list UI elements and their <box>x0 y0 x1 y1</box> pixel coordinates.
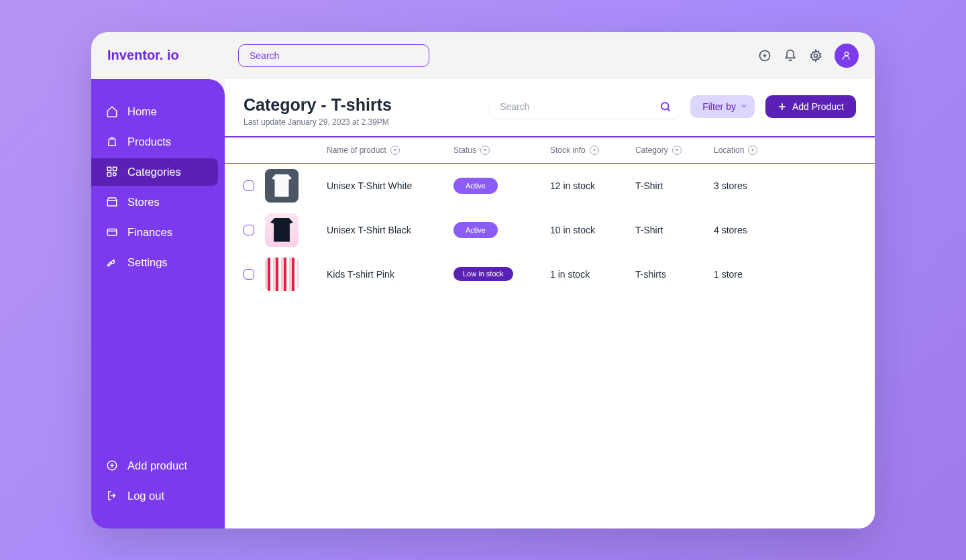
col-name-label: Name of product <box>327 146 386 155</box>
product-name: Unisex T-Shirt Black <box>327 225 453 235</box>
search-icon[interactable] <box>659 101 672 113</box>
add-product-label: Add Product <box>792 101 844 112</box>
page-title: Category - T-shirts <box>244 95 392 115</box>
nav-label: Categories <box>127 166 181 178</box>
grid-icon <box>106 166 118 178</box>
stock-info: 10 in stock <box>550 225 635 235</box>
primary-nav: Home Products Categories Stores Finances <box>91 98 225 276</box>
table-header: Name of product▾ Status▾ Stock info▾ Cat… <box>225 137 875 164</box>
nav-home[interactable]: Home <box>91 98 218 125</box>
bell-icon[interactable] <box>784 49 797 62</box>
page-header: Category - T-shirts Last update January … <box>225 79 875 136</box>
table-row[interactable]: Kids T-shirt Pink Low in stock 1 in stoc… <box>225 252 875 296</box>
nav-label: Add product <box>127 459 187 472</box>
wallet-icon <box>106 226 118 238</box>
category-value: T-Shirt <box>635 225 714 235</box>
svg-rect-5 <box>107 173 111 176</box>
last-update: Last update January 29, 2023 at 2.39PM <box>244 117 392 127</box>
main-content: Category - T-shirts Last update January … <box>225 79 875 528</box>
nav-add-product[interactable]: Add product <box>91 452 218 480</box>
nav-label: Products <box>127 135 171 148</box>
col-location-label: Location <box>714 146 744 155</box>
category-value: T-shirts <box>635 269 714 280</box>
app-body: Home Products Categories Stores Finances <box>91 79 875 528</box>
nav-label: Finances <box>127 226 172 239</box>
app-window: Inventor. io Home <box>91 32 875 528</box>
stock-info: 1 in stock <box>550 269 635 280</box>
nav-categories[interactable]: Categories <box>91 158 218 186</box>
sort-icon[interactable]: ▾ <box>390 146 400 155</box>
wrench-icon <box>106 256 118 268</box>
gear-icon[interactable] <box>809 49 822 62</box>
product-thumbnail <box>265 213 299 247</box>
title-block: Category - T-shirts Last update January … <box>244 95 392 127</box>
row-checkbox[interactable] <box>244 225 254 235</box>
svg-point-1 <box>814 54 818 57</box>
nav-label: Log out <box>127 490 164 502</box>
nav-settings[interactable]: Settings <box>91 249 218 276</box>
svg-point-2 <box>845 52 848 55</box>
svg-point-9 <box>661 103 669 110</box>
status-badge: Active <box>453 178 498 194</box>
table-search-input[interactable] <box>489 95 680 118</box>
row-checkbox[interactable] <box>244 269 254 280</box>
user-avatar[interactable] <box>835 44 859 68</box>
table-row[interactable]: Unisex T-Shirt White Active 12 in stock … <box>225 164 875 208</box>
brand-logo: Inventor. io <box>107 48 225 63</box>
svg-point-6 <box>113 173 117 176</box>
table-row[interactable]: Unisex T-Shirt Black Active 10 in stock … <box>225 208 875 252</box>
col-stock-label: Stock info <box>550 146 586 155</box>
col-status-label: Status <box>453 146 476 155</box>
category-value: T-Shirt <box>635 180 714 191</box>
table-body: Unisex T-Shirt White Active 12 in stock … <box>225 164 875 296</box>
stock-info: 12 in stock <box>550 180 635 191</box>
product-name: Unisex T-Shirt White <box>327 180 453 191</box>
sort-icon[interactable]: ▾ <box>590 146 599 155</box>
nav-stores[interactable]: Stores <box>91 188 218 216</box>
location-value: 3 stores <box>714 180 856 191</box>
plus-icon <box>777 102 787 111</box>
bag-icon <box>106 135 118 148</box>
svg-rect-7 <box>107 229 117 236</box>
status-badge: Low in stock <box>453 267 513 281</box>
nav-finances[interactable]: Finances <box>91 219 218 246</box>
store-icon <box>106 196 118 208</box>
status-badge: Active <box>453 222 498 238</box>
svg-rect-3 <box>107 167 111 170</box>
sort-icon[interactable]: ▾ <box>480 146 490 155</box>
filter-button[interactable]: Filter by <box>690 95 755 118</box>
nav-label: Stores <box>127 196 160 209</box>
global-search-input[interactable] <box>238 44 429 67</box>
svg-rect-4 <box>113 167 117 170</box>
bottom-nav: Add product Log out <box>91 452 225 510</box>
nav-label: Settings <box>127 256 168 269</box>
home-icon <box>106 105 118 117</box>
sort-icon[interactable]: ▾ <box>748 146 757 155</box>
table-search <box>489 95 680 118</box>
product-thumbnail <box>265 258 299 291</box>
nav-label: Home <box>127 105 157 118</box>
row-checkbox[interactable] <box>244 180 254 191</box>
top-actions <box>758 44 859 68</box>
location-value: 4 stores <box>714 225 856 235</box>
product-name: Kids T-shirt Pink <box>327 269 453 280</box>
topbar: Inventor. io <box>91 32 875 79</box>
nav-logout[interactable]: Log out <box>91 482 218 510</box>
nav-products[interactable]: Products <box>91 128 218 156</box>
location-value: 1 store <box>714 269 856 280</box>
product-thumbnail <box>265 169 299 203</box>
plus-circle-icon <box>106 459 118 471</box>
chat-icon[interactable] <box>758 49 771 62</box>
sidebar: Home Products Categories Stores Finances <box>91 79 225 528</box>
sort-icon[interactable]: ▾ <box>672 146 682 155</box>
col-category-label: Category <box>635 146 668 155</box>
logout-icon <box>106 490 118 502</box>
add-product-button[interactable]: Add Product <box>765 95 856 118</box>
